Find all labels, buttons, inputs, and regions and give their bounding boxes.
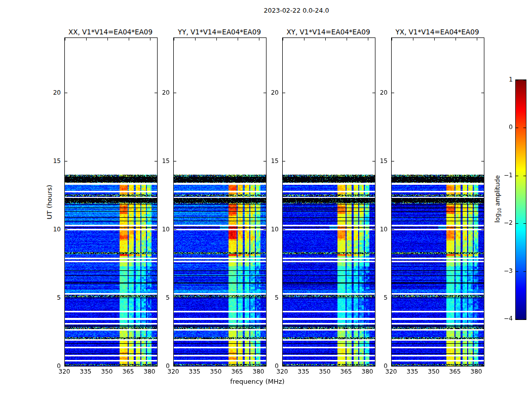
y-tick-mark <box>174 229 176 230</box>
y-tick-mark <box>481 229 484 230</box>
x-axis-label: frequency (MHz) <box>230 378 284 385</box>
x-tick-label: 320 <box>163 368 183 375</box>
y-tick-mark <box>65 161 67 161</box>
y-tick-mark <box>392 366 394 366</box>
x-tick-mark <box>129 363 129 366</box>
heatmap-canvas-yy <box>174 38 266 366</box>
x-tick-mark <box>283 38 283 40</box>
x-tick-mark <box>259 363 259 366</box>
y-tick-label: 5 <box>262 294 279 301</box>
x-tick-mark <box>413 38 413 40</box>
y-tick-mark <box>481 366 484 366</box>
colorbar-tick-label: −1 <box>495 172 513 179</box>
x-tick-mark <box>434 363 435 366</box>
y-tick-mark <box>174 366 176 366</box>
x-tick-mark <box>86 38 87 40</box>
colorbar-tick-mark <box>523 176 526 176</box>
y-tick-mark <box>283 229 285 230</box>
heatmap-canvas-xx <box>65 38 157 366</box>
x-tick-label: 380 <box>466 368 486 375</box>
y-tick-mark <box>392 161 394 161</box>
heatmap-panel-yx <box>391 37 484 367</box>
colorbar-tick-mark <box>516 271 518 272</box>
x-tick-mark <box>368 363 368 366</box>
x-tick-label: 335 <box>402 368 423 375</box>
x-tick-mark <box>325 363 326 366</box>
x-tick-mark <box>304 38 305 40</box>
x-tick-mark <box>150 363 150 366</box>
x-tick-mark <box>347 363 347 366</box>
x-tick-label: 350 <box>315 368 335 375</box>
x-tick-mark <box>413 363 413 366</box>
y-tick-mark <box>481 161 484 161</box>
heatmap-panel-xy <box>282 37 375 367</box>
x-tick-mark <box>259 38 259 40</box>
figure: 2023-02-22 0.0-24.0 XX, V1*V14=EA04*EA09… <box>0 0 532 405</box>
heatmap-canvas-yx <box>392 38 484 366</box>
y-tick-mark <box>481 93 484 93</box>
panel-title-yy: YY, V1*V14=EA04*EA09 <box>163 28 276 36</box>
colorbar-tick-mark <box>516 80 518 80</box>
y-tick-mark <box>174 298 176 298</box>
x-tick-mark <box>455 38 456 40</box>
y-tick-mark <box>283 366 285 366</box>
colorbar <box>515 79 526 320</box>
x-tick-mark <box>347 38 347 40</box>
x-tick-label: 335 <box>293 368 314 375</box>
colorbar-tick-mark <box>523 80 526 80</box>
colorbar-tick-mark <box>516 128 518 128</box>
y-tick-label: 20 <box>371 89 388 96</box>
y-tick-mark <box>283 161 285 161</box>
colorbar-tick-label: 1 <box>495 76 513 83</box>
x-tick-label: 350 <box>424 368 444 375</box>
x-tick-mark <box>238 38 238 40</box>
y-tick-label: 20 <box>153 89 170 96</box>
y-tick-mark <box>392 298 394 298</box>
y-tick-label: 10 <box>262 226 279 233</box>
x-tick-mark <box>392 38 392 40</box>
x-tick-label: 365 <box>445 368 465 375</box>
y-tick-label: 5 <box>44 294 61 301</box>
y-tick-label: 20 <box>44 89 61 96</box>
x-tick-mark <box>150 38 150 40</box>
y-tick-label: 15 <box>44 157 61 165</box>
x-tick-label: 365 <box>227 368 247 375</box>
figure-title: 2023-02-22 0.0-24.0 <box>0 7 532 14</box>
y-tick-mark <box>392 229 394 230</box>
heatmap-panel-yy <box>173 37 267 367</box>
panel-title-xx: XX, V1*V14=EA04*EA09 <box>54 28 167 36</box>
x-tick-mark <box>216 38 217 40</box>
y-tick-label: 15 <box>262 157 279 165</box>
y-axis-label: UT (hours) <box>46 185 53 219</box>
x-tick-label: 335 <box>184 368 205 375</box>
panel-title-yx: YX, V1*V14=EA04*EA09 <box>381 28 493 36</box>
heatmap-panel-xx <box>64 37 158 367</box>
x-tick-mark <box>477 363 477 366</box>
y-tick-mark <box>283 93 285 93</box>
y-tick-mark <box>65 229 67 230</box>
y-tick-mark <box>65 93 67 93</box>
colorbar-tick-label: −3 <box>495 267 513 274</box>
x-tick-mark <box>195 38 196 40</box>
x-tick-mark <box>368 38 368 40</box>
y-tick-mark <box>392 93 394 93</box>
x-tick-mark <box>434 38 435 40</box>
colorbar-label: log10 amplitude <box>494 175 502 223</box>
y-tick-mark <box>65 366 67 366</box>
y-tick-label: 10 <box>153 226 170 233</box>
x-tick-mark <box>216 363 217 366</box>
x-tick-label: 320 <box>381 368 401 375</box>
heatmap-canvas-xy <box>283 38 375 366</box>
x-tick-mark <box>65 38 65 40</box>
x-tick-mark <box>174 38 174 40</box>
x-tick-mark <box>195 363 196 366</box>
y-tick-mark <box>481 298 484 298</box>
colorbar-tick-mark <box>523 128 526 128</box>
x-tick-mark <box>86 363 87 366</box>
colorbar-label-suffix: amplitude <box>494 175 501 208</box>
y-tick-mark <box>174 93 176 93</box>
colorbar-tick-label: −2 <box>495 219 513 226</box>
x-tick-mark <box>455 363 456 366</box>
y-tick-label: 5 <box>371 294 388 301</box>
x-tick-label: 365 <box>336 368 356 375</box>
